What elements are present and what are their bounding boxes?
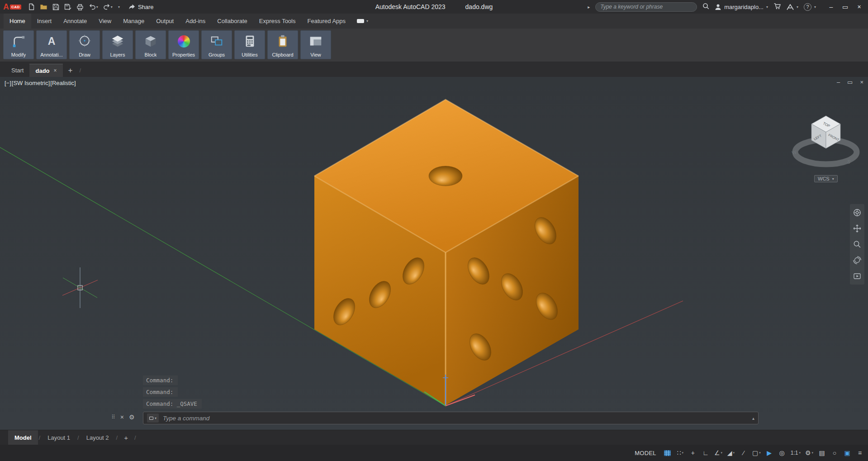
new-layout-button[interactable]: + [119, 434, 133, 442]
undo-button[interactable]: ▾ [87, 1, 100, 13]
viewport-minimize-control[interactable]: [−] [5, 80, 11, 86]
command-drag-grip[interactable]: ⠿ [111, 414, 115, 420]
command-customize-icon[interactable]: ⚙ [129, 413, 135, 421]
ribbon-panel-properties[interactable]: Properties [168, 30, 199, 59]
snap-mode-toggle[interactable]: ∷ ▾ [674, 446, 686, 460]
isodraft-caret-icon: ▾ [733, 451, 735, 455]
search-expand-icon[interactable]: ▸ [588, 5, 590, 10]
new-file-icon [28, 3, 35, 10]
ortho-mode-toggle[interactable]: ∟ [700, 446, 711, 460]
recent-commands-button[interactable]: ▾ [147, 413, 159, 423]
save-as-button[interactable] [62, 1, 73, 13]
window-minimize-button[interactable]: – [824, 0, 838, 14]
ribbon-tab-annotate[interactable]: Annotate [57, 14, 93, 29]
save-button[interactable] [51, 1, 61, 13]
orbit-button[interactable] [851, 254, 863, 266]
view-control[interactable]: [SW Isometric] [12, 80, 50, 86]
ribbon-tab-home[interactable]: Home [4, 14, 31, 29]
ribbon-tab-insert[interactable]: Insert [31, 14, 58, 29]
new-file-button[interactable] [26, 1, 37, 13]
annotation-monitor-toggle[interactable]: ▤ [816, 446, 828, 460]
window-restore-button[interactable]: ▭ [838, 0, 852, 14]
account-menu[interactable]: margaridaplo... ▾ [715, 4, 768, 10]
ribbon-panel-groups[interactable]: Groups [201, 30, 232, 59]
command-input[interactable]: ▾ Type a command ▴ [143, 412, 759, 424]
qat-customize-button[interactable]: ▾ [116, 1, 122, 13]
isolate-objects-button[interactable]: ○ [829, 446, 840, 460]
ribbon-panel-annotation[interactable]: A Annotati... [36, 30, 67, 59]
ribbon-tab-output[interactable]: Output [150, 14, 180, 29]
tab-close-icon[interactable]: × [54, 67, 57, 74]
search-input[interactable]: Type a keyword or phrase [595, 2, 697, 12]
ribbon-state-icon [357, 19, 364, 23]
osnap-tracking-toggle[interactable]: ∕ [738, 446, 749, 460]
snap-icon: ∷ [677, 449, 681, 456]
ribbon-tab-view[interactable]: View [93, 14, 117, 29]
layout-separator: / [115, 434, 119, 441]
visual-style-control[interactable]: [Realistic] [50, 80, 76, 86]
ribbon-tab-express-tools[interactable]: Express Tools [253, 14, 302, 29]
panel-label: Block [145, 52, 157, 57]
autocad-a-icon: A [3, 3, 9, 11]
ribbon-panel-view[interactable]: View [300, 30, 331, 59]
command-close-icon[interactable]: × [120, 413, 124, 421]
ribbon-tab-featured-apps[interactable]: Featured Apps [301, 14, 351, 29]
ribbon-tab-addins[interactable]: Add-ins [180, 14, 211, 29]
workspace-switching-button[interactable]: ⚙ ▾ [803, 446, 815, 460]
ribbon-panel-draw[interactable]: Draw [69, 30, 100, 59]
grid-display-toggle[interactable] [662, 446, 674, 460]
model-viewport[interactable]: [−] [SW Isometric] [Realistic] – ▭ × W S… [0, 77, 868, 430]
polar-tracking-toggle[interactable]: ∠ ▾ [712, 446, 724, 460]
ribbon-panel-clipboard[interactable]: Clipboard [267, 30, 298, 59]
redo-caret-icon[interactable]: ▾ [111, 5, 113, 9]
customization-menu-button[interactable]: ≡ [854, 446, 866, 460]
ribbon-tab-manage[interactable]: Manage [117, 14, 150, 29]
window-close-button[interactable]: × [852, 0, 866, 14]
dynamic-input-toggle[interactable]: + [687, 446, 699, 460]
viewcube[interactable]: W S TOP LEFT FRONT [784, 107, 868, 176]
show-motion-button[interactable] [851, 270, 863, 282]
isodraft-toggle[interactable]: ◢ ▾ [725, 446, 737, 460]
autodesk-menu[interactable]: ▾ [787, 4, 798, 10]
app-store-button[interactable] [773, 3, 781, 11]
viewport-close-icon[interactable]: × [860, 79, 863, 86]
undo-caret-icon[interactable]: ▾ [96, 5, 98, 9]
new-drawing-tab-button[interactable]: + [63, 64, 78, 77]
layout-tab-model[interactable]: Model [8, 430, 38, 445]
full-navigation-wheel-button[interactable] [851, 206, 863, 219]
plot-button[interactable] [75, 1, 85, 13]
ribbon-panel-utilities[interactable]: Utilities [234, 30, 265, 59]
layout-tab-layout1[interactable]: Layout 1 [41, 430, 76, 445]
dice-object[interactable] [314, 100, 579, 405]
viewport-minimize-icon[interactable]: – [837, 79, 840, 86]
pan-button[interactable] [851, 222, 863, 235]
redo-button[interactable]: ▾ [101, 1, 114, 13]
ribbon-tab-collaborate[interactable]: Collaborate [211, 14, 253, 29]
search-button[interactable] [702, 3, 709, 11]
object-snap-toggle[interactable]: ▢ ▾ [750, 446, 763, 460]
layout-tab-layout2[interactable]: Layout 2 [80, 430, 115, 445]
zoom-button[interactable] [851, 238, 863, 251]
model-space-button[interactable]: MODEL [630, 450, 661, 456]
wcs-caret-icon: ▾ [832, 177, 834, 181]
share-icon [128, 4, 135, 10]
graphics-performance-toggle[interactable]: ▣ [841, 446, 853, 460]
selection-cycling-toggle[interactable]: ▶ [764, 446, 775, 460]
drawing-canvas[interactable] [0, 77, 868, 430]
command-expand-icon[interactable]: ▴ [752, 416, 754, 421]
ribbon-panel-layers[interactable]: Layers [102, 30, 133, 59]
panel-label: Layers [110, 52, 125, 57]
share-button[interactable]: Share [128, 4, 154, 10]
gizmo-toggle[interactable]: ◎ [776, 446, 788, 460]
file-tab-start[interactable]: Start [5, 64, 29, 77]
wcs-dropdown[interactable]: WCS ▾ [814, 175, 838, 182]
ribbon-panel-modify[interactable]: Modify [3, 30, 34, 59]
ribbon-panel-block[interactable]: Block [135, 30, 166, 59]
annotation-scale-button[interactable]: 1:1 ▾ [789, 446, 802, 460]
open-file-button[interactable] [38, 1, 49, 13]
panel-label: Draw [79, 52, 90, 57]
file-tab-dado[interactable]: dado × [29, 64, 62, 77]
help-menu[interactable]: ? ▾ [804, 3, 816, 11]
viewport-restore-icon[interactable]: ▭ [847, 79, 853, 86]
ribbon-display-toggle[interactable]: ▾ [351, 14, 374, 29]
